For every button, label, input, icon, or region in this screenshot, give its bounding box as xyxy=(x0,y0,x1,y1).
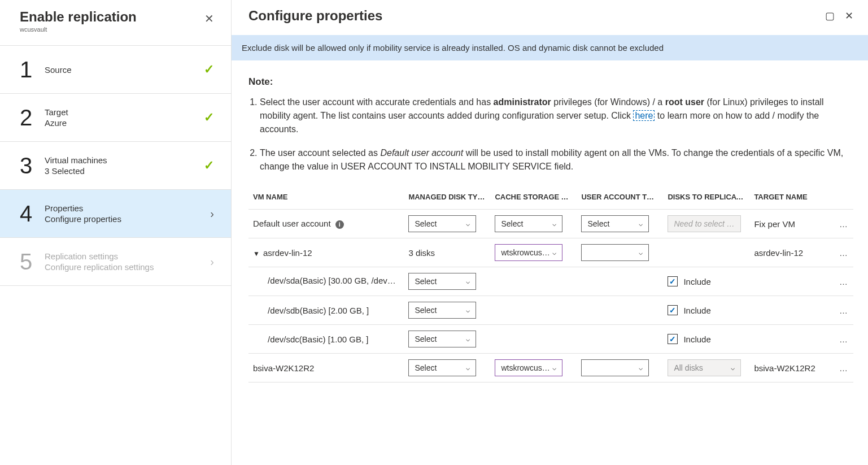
note-item-1: Select the user account with accurate cr… xyxy=(260,95,853,136)
chevron-down-icon: ⌵ xyxy=(466,277,470,285)
wizard-sidebar: Enable replication wcusvault ✕ 1 Source … xyxy=(0,0,232,465)
chevron-right-icon: › xyxy=(210,207,214,220)
info-icon[interactable]: i xyxy=(335,220,344,229)
chevron-down-icon: ⌵ xyxy=(466,306,470,314)
note-heading: Note: xyxy=(248,76,853,88)
disk-name: /dev/sda(Basic) [30.00 GB, /dev… xyxy=(268,276,396,285)
note-item-2: The user account selected as Default use… xyxy=(260,146,853,173)
more-actions-icon[interactable]: … xyxy=(830,354,853,383)
target-name-value: bsiva-W2K12R2 xyxy=(749,354,830,383)
managed-disk-select[interactable]: Select⌵ xyxy=(408,359,476,376)
col-disks-replicate: DISKS TO REPLICATE xyxy=(663,187,749,210)
row-vm-asrdev-lin-12: ▼asrdev-lin-12 3 disks wtskrowcus…⌵ ⌵ as… xyxy=(248,238,853,267)
row-disk-sdc: /dev/sdc(Basic) [1.00 GB, ] Select⌵ ✓Inc… xyxy=(248,325,853,354)
managed-disk-select[interactable]: Select⌵ xyxy=(408,215,476,232)
properties-table: VM NAME MANAGED DISK TY… CACHE STORAGE A… xyxy=(248,187,853,383)
step-title: Target xyxy=(45,107,204,117)
check-icon: ✓ xyxy=(204,158,214,173)
more-actions-icon[interactable]: … xyxy=(830,267,853,296)
step-subtitle: Configure properties xyxy=(45,214,210,224)
step-replication-settings[interactable]: 5 Replication settings Configure replica… xyxy=(0,238,231,286)
chevron-down-icon: ⌵ xyxy=(552,220,556,228)
step-title: Replication settings xyxy=(45,251,210,261)
learn-more-link[interactable]: here xyxy=(633,110,655,121)
default-account-label: Default user account xyxy=(253,219,331,228)
step-target[interactable]: 2 Target Azure ✓ xyxy=(0,94,231,142)
step-number: 4 xyxy=(20,202,45,225)
check-icon: ✓ xyxy=(204,110,214,125)
cache-storage-select[interactable]: wtskrowcus…⌵ xyxy=(495,244,562,261)
vm-name: bsiva-W2K12R2 xyxy=(248,354,404,383)
disks-replicate-select[interactable]: All disks⌵ xyxy=(668,359,741,376)
col-user-account: USER ACCOUNT TO… xyxy=(577,187,663,210)
step-virtual-machines[interactable]: 3 Virtual machines 3 Selected ✓ xyxy=(0,142,231,190)
more-actions-icon[interactable]: … xyxy=(830,210,853,238)
row-disk-sda: /dev/sda(Basic) [30.00 GB, /dev… Select⌵… xyxy=(248,267,853,296)
step-title: Properties xyxy=(45,203,210,213)
include-checkbox[interactable]: ✓Include xyxy=(668,305,710,315)
info-banner: Exclude disk will be allowed only if mob… xyxy=(232,35,868,60)
step-number: 5 xyxy=(20,250,45,273)
row-vm-bsiva-w2k12r2: bsiva-W2K12R2 Select⌵ wtskrowcus…⌵ ⌵ All… xyxy=(248,354,853,383)
maximize-icon[interactable]: ▢ xyxy=(825,10,835,22)
target-name-value: Fix per VM xyxy=(749,210,830,238)
col-cache-storage: CACHE STORAGE A… xyxy=(490,187,577,210)
main-panel: Configure properties ▢ ✕ Exclude disk wi… xyxy=(232,0,868,465)
chevron-down-icon: ⌵ xyxy=(466,220,470,228)
disk-name: /dev/sdb(Basic) [2.00 GB, ] xyxy=(248,296,404,325)
user-account-select[interactable]: ⌵ xyxy=(581,244,649,261)
chevron-right-icon: › xyxy=(210,255,214,268)
step-properties[interactable]: 4 Properties Configure properties › xyxy=(0,190,231,238)
vm-name: asrdev-lin-12 xyxy=(263,248,312,258)
step-source[interactable]: 1 Source ✓ xyxy=(0,45,231,94)
more-actions-icon[interactable]: … xyxy=(830,325,853,354)
more-actions-icon[interactable]: … xyxy=(830,296,853,325)
step-subtitle: Configure replication settings xyxy=(45,262,210,272)
managed-disk-select[interactable]: Select⌵ xyxy=(408,302,476,319)
col-vm-name: VM NAME xyxy=(248,187,404,210)
chevron-down-icon: ⌵ xyxy=(466,364,470,372)
step-title: Virtual machines xyxy=(45,155,204,165)
col-managed-disk: MANAGED DISK TY… xyxy=(404,187,490,210)
user-account-select[interactable]: ⌵ xyxy=(581,359,649,376)
chevron-down-icon: ⌵ xyxy=(731,364,735,372)
step-title: Source xyxy=(45,65,204,75)
disk-name: /dev/sdc(Basic) [1.00 GB, ] xyxy=(248,325,404,354)
chevron-down-icon: ⌵ xyxy=(639,364,643,372)
managed-disk-select[interactable]: Select⌵ xyxy=(408,273,476,290)
expand-toggle-icon[interactable]: ▼ xyxy=(253,250,260,258)
user-account-select[interactable]: Select⌵ xyxy=(581,215,649,232)
chevron-down-icon: ⌵ xyxy=(552,249,556,257)
step-number: 2 xyxy=(20,106,45,129)
chevron-down-icon: ⌵ xyxy=(466,335,470,343)
disks-replicate-select: Need to select … xyxy=(668,215,741,232)
row-default-user-account: Default user account i Select⌵ Select⌵ S… xyxy=(248,210,853,238)
chevron-down-icon: ⌵ xyxy=(552,364,556,372)
col-target-name: TARGET NAME xyxy=(749,187,830,210)
page-title: Configure properties xyxy=(248,8,825,24)
managed-disk-select[interactable]: Select⌵ xyxy=(408,331,476,347)
step-number: 1 xyxy=(20,58,45,81)
close-icon[interactable]: ✕ xyxy=(845,10,853,22)
sidebar-subtitle: wcusvault xyxy=(20,26,137,33)
target-name-value: asrdev-lin-12 xyxy=(749,238,830,267)
step-number: 3 xyxy=(20,154,45,177)
cache-storage-select[interactable]: Select⌵ xyxy=(495,215,562,232)
close-icon[interactable]: ✕ xyxy=(204,12,214,25)
managed-disk-value: 3 disks xyxy=(404,238,490,267)
step-subtitle: 3 Selected xyxy=(45,166,204,176)
chevron-down-icon: ⌵ xyxy=(639,220,643,228)
more-actions-icon[interactable]: … xyxy=(830,238,853,267)
chevron-down-icon: ⌵ xyxy=(639,249,643,257)
cache-storage-select[interactable]: wtskrowcus…⌵ xyxy=(495,359,562,376)
step-subtitle: Azure xyxy=(45,118,204,128)
sidebar-title: Enable replication xyxy=(20,9,137,25)
check-icon: ✓ xyxy=(204,62,214,77)
row-disk-sdb: /dev/sdb(Basic) [2.00 GB, ] Select⌵ ✓Inc… xyxy=(248,296,853,325)
include-checkbox[interactable]: ✓Include xyxy=(668,334,710,344)
include-checkbox[interactable]: ✓Include xyxy=(668,276,710,286)
